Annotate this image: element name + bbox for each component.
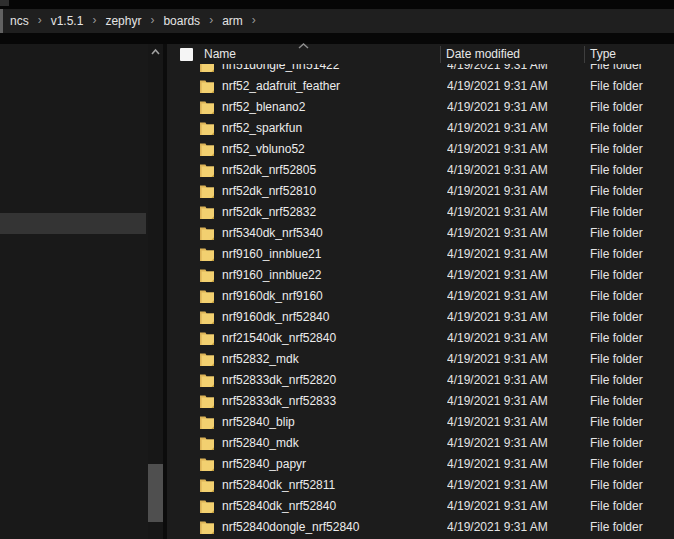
file-name: nrf52840dongle_nrf52840 (222, 517, 437, 538)
column-headers: Name Date modified Type (167, 44, 674, 64)
file-type: File folder (590, 370, 672, 391)
folder-icon (200, 500, 214, 513)
breadcrumb-item[interactable]: zephyr (105, 14, 141, 28)
file-date-modified: 4/19/2021 9:31 AM (447, 97, 582, 118)
file-name: nrf52833dk_nrf52833 (222, 391, 437, 412)
file-row[interactable]: nrf52832_mdk 4/19/2021 9:31 AM File fold… (167, 349, 674, 370)
file-row[interactable]: nrf52833dk_nrf52833 4/19/2021 9:31 AM Fi… (167, 391, 674, 412)
file-row[interactable]: nrf52dk_nrf52832 4/19/2021 9:31 AM File … (167, 202, 674, 223)
file-date-modified: 4/19/2021 9:31 AM (447, 496, 582, 517)
column-header-type[interactable]: Type (590, 44, 616, 64)
file-name: nrf9160dk_nrf9160 (222, 286, 437, 307)
sort-ascending-icon (298, 43, 309, 49)
sidebar-scrollbar[interactable] (148, 44, 163, 539)
file-type: File folder (590, 307, 672, 328)
file-type: File folder (590, 265, 672, 286)
column-header-date-modified[interactable]: Date modified (446, 44, 520, 64)
file-name: nrf52_blenano2 (222, 97, 437, 118)
file-row[interactable]: nrf52840_papyr 4/19/2021 9:31 AM File fo… (167, 454, 674, 475)
folder-icon (200, 164, 214, 177)
breadcrumb: ncs › v1.5.1 › zephyr › boards › arm › (10, 14, 265, 28)
folder-icon (200, 101, 214, 114)
file-row[interactable]: nrf52_blenano2 4/19/2021 9:31 AM File fo… (167, 97, 674, 118)
folder-icon (200, 227, 214, 240)
file-date-modified: 4/19/2021 9:31 AM (447, 223, 582, 244)
file-date-modified: 4/19/2021 9:31 AM (447, 433, 582, 454)
file-row[interactable]: nrf52_sparkfun 4/19/2021 9:31 AM File fo… (167, 118, 674, 139)
select-all-checkbox[interactable] (180, 48, 193, 61)
file-row[interactable]: nrf52840_blip 4/19/2021 9:31 AM File fol… (167, 412, 674, 433)
file-row[interactable]: nrf5340dk_nrf5340 4/19/2021 9:31 AM File… (167, 223, 674, 244)
file-name: nrf52_adafruit_feather (222, 76, 437, 97)
window-top-strip (0, 0, 674, 9)
folder-icon (200, 248, 214, 261)
file-type: File folder (590, 517, 672, 538)
file-row[interactable]: nrf9160dk_nrf52840 4/19/2021 9:31 AM Fil… (167, 307, 674, 328)
folder-icon (200, 437, 214, 450)
breadcrumb-chevron-icon: › (209, 14, 213, 26)
file-date-modified: 4/19/2021 9:31 AM (447, 64, 582, 76)
file-row[interactable]: nrf9160_innblue22 4/19/2021 9:31 AM File… (167, 265, 674, 286)
file-date-modified: 4/19/2021 9:31 AM (447, 202, 582, 223)
file-row[interactable]: nrf52dk_nrf52805 4/19/2021 9:31 AM File … (167, 160, 674, 181)
file-name: nrf52_sparkfun (222, 118, 437, 139)
file-row[interactable]: nrf21540dk_nrf52840 4/19/2021 9:31 AM Fi… (167, 328, 674, 349)
file-date-modified: 4/19/2021 9:31 AM (447, 475, 582, 496)
file-date-modified: 4/19/2021 9:31 AM (447, 328, 582, 349)
breadcrumb-item[interactable]: arm (222, 14, 243, 28)
breadcrumb-item[interactable]: ncs (10, 14, 29, 28)
file-explorer-window: ncs › v1.5.1 › zephyr › boards › arm › N… (0, 0, 674, 539)
file-date-modified: 4/19/2021 9:31 AM (447, 76, 582, 97)
file-row[interactable]: nrf9160_innblue21 4/19/2021 9:31 AM File… (167, 244, 674, 265)
file-row[interactable]: nrf52833dk_nrf52820 4/19/2021 9:31 AM Fi… (167, 370, 674, 391)
folder-icon (200, 185, 214, 198)
folder-icon (200, 395, 214, 408)
sidebar-scrollbar-thumb[interactable] (148, 464, 163, 522)
file-name: nrf52840_papyr (222, 454, 437, 475)
toolbar-gap-strip (0, 33, 674, 44)
file-date-modified: 4/19/2021 9:31 AM (447, 286, 582, 307)
file-name: nrf52dk_nrf52810 (222, 181, 437, 202)
file-list-viewport: nrf51dongle_nrf51422 4/19/2021 9:31 AM F… (167, 64, 674, 539)
file-row[interactable]: nrf52_adafruit_feather 4/19/2021 9:31 AM… (167, 76, 674, 97)
address-bar[interactable]: ncs › v1.5.1 › zephyr › boards › arm › (0, 9, 674, 33)
folder-icon (200, 374, 214, 387)
file-row[interactable]: nrf52840_mdk 4/19/2021 9:31 AM File fold… (167, 433, 674, 454)
breadcrumb-item[interactable]: v1.5.1 (51, 14, 84, 28)
scrollbar-up-arrow-icon[interactable] (151, 48, 160, 56)
folder-icon (200, 416, 214, 429)
breadcrumb-item[interactable]: boards (163, 14, 200, 28)
folder-icon (200, 122, 214, 135)
file-type: File folder (590, 328, 672, 349)
address-bar-edge-fragment (0, 9, 3, 33)
file-type: File folder (590, 202, 672, 223)
file-row[interactable]: nrf52840dongle_nrf52840 4/19/2021 9:31 A… (167, 517, 674, 538)
folder-icon (200, 521, 214, 534)
breadcrumb-chevron-icon: › (150, 14, 154, 26)
file-name: nrf52840dk_nrf52840 (222, 496, 437, 517)
file-type: File folder (590, 64, 672, 76)
file-row[interactable]: nrf51dongle_nrf51422 4/19/2021 9:31 AM F… (167, 64, 674, 76)
file-type: File folder (590, 223, 672, 244)
folder-icon (200, 332, 214, 345)
file-type: File folder (590, 454, 672, 475)
file-row[interactable]: nrf52840dk_nrf52840 4/19/2021 9:31 AM Fi… (167, 496, 674, 517)
file-row[interactable]: nrf52dk_nrf52810 4/19/2021 9:31 AM File … (167, 181, 674, 202)
file-date-modified: 4/19/2021 9:31 AM (447, 391, 582, 412)
file-date-modified: 4/19/2021 9:31 AM (447, 139, 582, 160)
file-type: File folder (590, 286, 672, 307)
column-separator[interactable] (440, 46, 441, 63)
file-date-modified: 4/19/2021 9:31 AM (447, 517, 582, 538)
column-header-name[interactable]: Name (204, 44, 236, 64)
file-name: nrf5340dk_nrf5340 (222, 223, 437, 244)
file-name: nrf52833dk_nrf52820 (222, 370, 437, 391)
folder-icon (200, 206, 214, 219)
file-row[interactable]: nrf9160dk_nrf9160 4/19/2021 9:31 AM File… (167, 286, 674, 307)
sidebar-selected-item[interactable] (0, 213, 146, 234)
folder-icon (200, 80, 214, 93)
file-row[interactable]: nrf52840dk_nrf52811 4/19/2021 9:31 AM Fi… (167, 475, 674, 496)
file-date-modified: 4/19/2021 9:31 AM (447, 370, 582, 391)
file-row[interactable]: nrf52_vbluno52 4/19/2021 9:31 AM File fo… (167, 139, 674, 160)
column-separator[interactable] (584, 46, 585, 63)
file-date-modified: 4/19/2021 9:31 AM (447, 181, 582, 202)
